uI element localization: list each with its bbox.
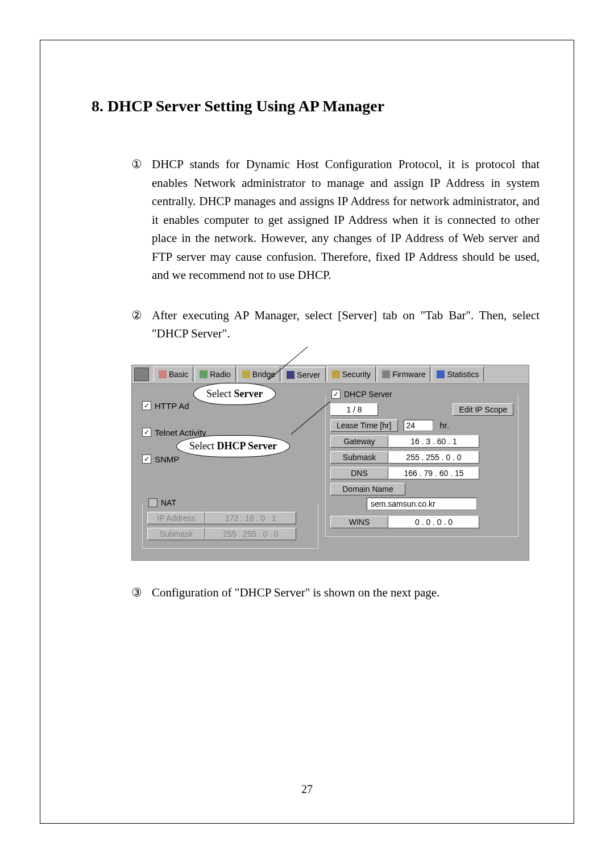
nat-legend-label: NAT — [161, 498, 176, 507]
dns-value[interactable]: 166 . 79 . 60 . 15 — [388, 467, 479, 479]
numbered-list: ① DHCP stands for Dynamic Host Configura… — [131, 155, 540, 343]
list-item: ③ Configuration of "DHCP Server" is show… — [131, 583, 540, 602]
callout-server-pre: Select — [206, 388, 234, 399]
dns-row: DNS 166 . 79 . 60 . 15 — [330, 467, 513, 479]
scope-row: 1 / 8 Edit IP Scope — [330, 403, 513, 416]
checkbox-icon: ✓ — [142, 428, 151, 437]
wins-row: WINS 0 . 0 . 0 . 0 — [330, 516, 513, 528]
telnet-label: Telnet Activity — [155, 428, 206, 437]
lease-time-input[interactable]: 24 — [404, 420, 433, 431]
tab-basic-label: Basic — [169, 370, 188, 379]
section-title: 8. DHCP Server Setting Using AP Manager — [92, 97, 540, 115]
item-number-3: ③ — [131, 583, 152, 602]
dhcp-legend: ✓ DHCP Server — [329, 390, 395, 399]
ip-address-label: IP Address — [147, 512, 205, 524]
tab-firmware[interactable]: Firmware — [377, 366, 430, 382]
wins-button[interactable]: WINS — [330, 516, 388, 528]
right-column: ✓ DHCP Server 1 / 8 Edit IP Scope Lease … — [325, 401, 518, 549]
firmware-icon — [382, 370, 390, 378]
security-icon — [332, 370, 340, 378]
http-label: HTTP Ad — [155, 401, 189, 411]
numbered-list-cont: ③ Configuration of "DHCP Server" is show… — [131, 583, 540, 602]
basic-icon — [159, 370, 167, 378]
checkbox-icon — [148, 498, 157, 507]
ap-manager-screenshot: Basic Radio Bridge Server Security — [131, 365, 529, 561]
callout-dhcp-b: DHCP Server — [217, 440, 276, 452]
callout-select-dhcp: Select DHCP Server — [176, 435, 290, 457]
item-text-1: DHCP stands for Dynamic Host Configurati… — [152, 155, 540, 285]
tab-statistics[interactable]: Statistics — [432, 366, 484, 382]
scope-count: 1 / 8 — [330, 403, 378, 416]
item-number-2: ② — [131, 306, 152, 343]
page-number: 27 — [40, 783, 574, 796]
tab-firmware-label: Firmware — [392, 370, 425, 379]
wins-value[interactable]: 0 . 0 . 0 . 0 — [388, 516, 479, 528]
app-icon — [134, 368, 149, 381]
server-panel: Select Server Select DHCP Server ✓ HTTP … — [131, 384, 529, 561]
callout-server-b: Server — [234, 388, 263, 399]
list-item: ② After executing AP Manager, select [Se… — [131, 306, 540, 343]
domain-row: Domain Name sem.samsun.co.kr — [330, 483, 513, 512]
checkbox-icon: ✓ — [142, 401, 151, 410]
server-icon — [287, 371, 294, 379]
gateway-button[interactable]: Gateway — [330, 435, 388, 448]
checkbox-icon: ✓ — [142, 454, 151, 464]
domain-name-button[interactable]: Domain Name — [330, 483, 405, 495]
hr-label: hr. — [440, 420, 450, 430]
radio-icon — [200, 370, 208, 378]
lease-time-button[interactable]: Lease Time [hr] — [330, 419, 398, 432]
lease-row: Lease Time [hr] 24 hr. — [330, 419, 513, 432]
submask-button[interactable]: Submask — [330, 451, 388, 464]
callout-select-server: Select Server — [193, 383, 276, 405]
snmp-label: SNMP — [155, 454, 179, 464]
callout-dhcp-pre: Select — [189, 440, 217, 452]
submask-value[interactable]: 255 . 255 . 0 . 0 — [388, 451, 479, 464]
left-column: ✓ HTTP Ad ✓ Telnet Activity ✓ SNMP — [142, 401, 318, 549]
dhcp-checkbox[interactable]: ✓ — [331, 390, 344, 399]
nat-submask-row: Submask 255 . 255 . 0 . 0 — [147, 528, 313, 540]
item-number-1: ① — [131, 155, 152, 285]
tab-server[interactable]: Server — [281, 367, 325, 382]
tab-radio[interactable]: Radio — [194, 366, 236, 382]
item-text-2: After executing AP Manager, select [Serv… — [152, 306, 540, 343]
edit-ip-scope-button[interactable]: Edit IP Scope — [453, 403, 513, 416]
tab-server-label: Server — [297, 370, 320, 379]
list-item: ① DHCP stands for Dynamic Host Configura… — [131, 155, 540, 285]
nat-legend: NAT — [146, 498, 179, 507]
gateway-row: Gateway 16 . 3 . 60 . 1 — [330, 435, 513, 448]
ip-address-value: 172 . 16 . 0 . 1 — [205, 512, 296, 524]
item-text-3: Configuration of "DHCP Server" is shown … — [152, 583, 540, 602]
tab-statistics-label: Statistics — [447, 370, 479, 379]
submask-value: 255 . 255 . 0 . 0 — [205, 528, 296, 540]
dhcp-legend-label: DHCP Server — [344, 390, 392, 399]
statistics-icon — [437, 370, 445, 378]
dhcp-group: ✓ DHCP Server 1 / 8 Edit IP Scope Lease … — [325, 395, 518, 537]
tab-security[interactable]: Security — [327, 366, 376, 382]
domain-name-input[interactable]: sem.samsun.co.kr — [367, 498, 477, 510]
dns-button[interactable]: DNS — [330, 467, 388, 479]
bridge-icon — [242, 370, 250, 378]
tab-basic[interactable]: Basic — [154, 366, 193, 382]
nat-ip-row: IP Address 172 . 16 . 0 . 1 — [147, 512, 313, 524]
tab-bar: Basic Radio Bridge Server Security — [131, 365, 529, 384]
tab-radio-label: Radio — [210, 370, 231, 379]
tab-bridge-label: Bridge — [252, 370, 275, 379]
checkbox-icon: ✓ — [331, 390, 341, 399]
gateway-value[interactable]: 16 . 3 . 60 . 1 — [388, 435, 479, 448]
nat-group: NAT IP Address 172 . 16 . 0 . 1 Submask … — [142, 504, 318, 549]
submask-row: Submask 255 . 255 . 0 . 0 — [330, 451, 513, 464]
tab-security-label: Security — [342, 370, 371, 379]
submask-label: Submask — [147, 528, 205, 540]
nat-checkbox[interactable] — [148, 498, 161, 507]
